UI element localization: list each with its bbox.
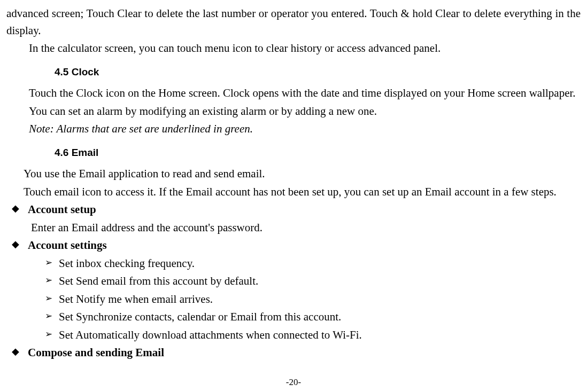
section-heading-clock: 4.5 Clock: [55, 65, 581, 80]
bullet-auto-download: ➢ Set Automatically download attachments…: [45, 327, 581, 344]
diamond-icon: ◆: [12, 344, 28, 359]
paragraph-clock-open: Touch the Clock icon on the Home screen.…: [6, 85, 581, 102]
diamond-icon: ◆: [12, 237, 28, 252]
bullet-synchronize: ➢ Set Synchronize contacts, calendar or …: [45, 309, 581, 326]
paragraph-email-setup: Touch email icon to access it. If the Em…: [6, 184, 581, 201]
bullet-title-account-settings: Account settings: [28, 237, 581, 254]
bullet-account-setup: ◆ Account setup: [6, 201, 581, 218]
bullet-text: Set inbox checking frequency.: [59, 255, 581, 272]
page-number: -20-: [0, 375, 587, 389]
arrow-icon: ➢: [45, 255, 59, 270]
arrow-icon: ➢: [45, 309, 59, 323]
arrow-icon: ➢: [45, 291, 59, 305]
bullet-title-compose: Compose and sending Email: [28, 344, 581, 362]
arrow-icon: ➢: [45, 273, 59, 287]
section-heading-email: 4.6 Email: [55, 145, 581, 161]
paragraph-clock-note: Note: Alarms that are set are underlined…: [6, 121, 581, 138]
paragraph-calc-menu: In the calculator screen, you can touch …: [6, 40, 581, 57]
paragraph-calc-clear: advanced screen; Touch Clear to delete t…: [6, 5, 581, 39]
paragraph-account-setup-body: Enter an Email address and the account's…: [31, 219, 581, 237]
bullet-text: Set Synchronize contacts, calendar or Em…: [59, 309, 581, 326]
bullet-text: Set Automatically download attachments w…: [59, 327, 581, 344]
arrow-icon: ➢: [45, 327, 59, 341]
bullet-account-settings: ◆ Account settings: [6, 237, 581, 254]
bullet-compose-sending: ◆ Compose and sending Email: [6, 344, 581, 362]
bullet-text: Set Send email from this account by defa…: [59, 273, 581, 290]
paragraph-clock-alarm: You can set an alarm by modifying an exi…: [6, 103, 581, 120]
bullet-notify: ➢ Set Notify me when email arrives.: [45, 291, 581, 308]
bullet-title-account-setup: Account setup: [28, 201, 581, 218]
paragraph-email-intro: You use the Email application to read an…: [6, 166, 581, 183]
diamond-icon: ◆: [12, 201, 28, 216]
bullet-send-default: ➢ Set Send email from this account by de…: [45, 273, 581, 290]
bullet-inbox-frequency: ➢ Set inbox checking frequency.: [45, 255, 581, 272]
bullet-text: Set Notify me when email arrives.: [59, 291, 581, 308]
